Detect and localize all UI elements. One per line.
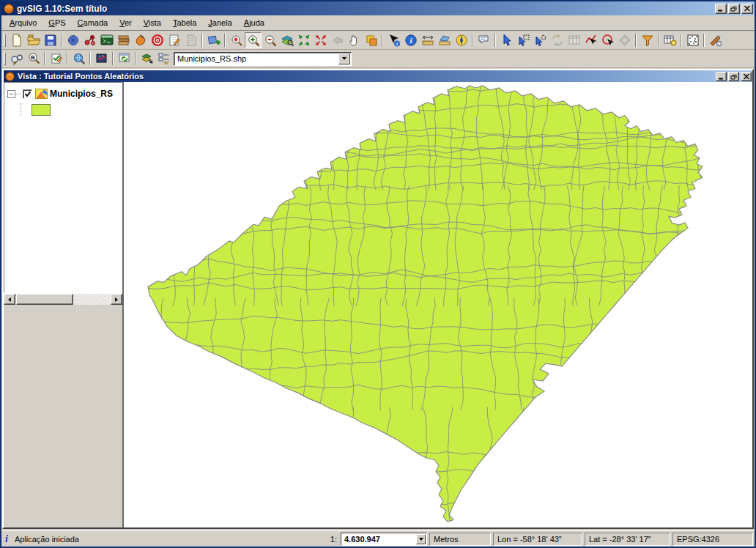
start-edit-button[interactable] [48, 51, 64, 67]
select-buffer-icon [618, 34, 631, 47]
open-project-icon [27, 34, 40, 47]
layer-icon [35, 89, 48, 99]
scroll-right-button[interactable] [111, 294, 122, 305]
layer-tree: − Municipios_RS [4, 82, 122, 293]
zoom-selection-button[interactable] [295, 32, 312, 48]
refresh-view-button[interactable] [116, 51, 133, 67]
table-settings-button[interactable] [662, 32, 678, 48]
toolbar-grip[interactable] [4, 52, 6, 65]
gazetteer-button[interactable] [132, 32, 149, 48]
zoom-out-button[interactable] [262, 32, 278, 48]
scale-combobox[interactable]: 4.630.947 [341, 533, 427, 546]
attribute-search-button[interactable]: B [25, 51, 42, 67]
random-points-button[interactable] [684, 32, 701, 48]
select-polygon-icon [534, 34, 547, 47]
layer-list-icon [158, 52, 171, 65]
epsg-panel: EPSG:4326 [672, 533, 753, 546]
frames-icon [365, 34, 378, 47]
measure-area-button[interactable] [436, 32, 453, 48]
filter-button[interactable] [639, 32, 656, 48]
chevron-down-icon [419, 538, 423, 541]
edit-annotation-icon [168, 34, 181, 47]
add-event-layer-button[interactable] [81, 32, 98, 48]
info-pointer-button[interactable]: i [385, 32, 402, 48]
layer-name-label: Municipios_RS [50, 89, 113, 99]
open-project-button[interactable] [25, 32, 42, 48]
layer-arrange-icon [141, 52, 154, 65]
select-button[interactable] [498, 32, 515, 48]
console-icon [100, 34, 114, 47]
menu-ajuda[interactable]: Ajuda [239, 16, 270, 29]
menu-ver[interactable]: Ver [114, 16, 137, 29]
info-button[interactable]: i [402, 32, 419, 48]
scrollbar-track[interactable] [15, 294, 111, 305]
locate-compass-button[interactable] [453, 32, 470, 48]
layer-tree-row[interactable]: − Municipios_RS [7, 89, 122, 99]
map-canvas[interactable] [124, 82, 752, 527]
add-view-button[interactable] [205, 32, 222, 48]
menu-arquivo[interactable]: Arquivo [4, 16, 42, 29]
chevron-down-icon [342, 57, 346, 60]
vista-titlebar: Vista : Tutorial Pontos Aleatórios [4, 70, 752, 82]
select-polyline-button[interactable] [582, 32, 599, 48]
table-settings-icon [664, 34, 677, 47]
add-event-layer-icon [84, 34, 97, 47]
select-polygon-button[interactable] [532, 32, 549, 48]
new-document-button[interactable] [8, 32, 25, 48]
layer-list-button[interactable] [155, 51, 172, 67]
locator-map-button[interactable] [93, 51, 110, 67]
tree-collapse-icon[interactable]: − [7, 90, 15, 98]
toolbar-separator [681, 34, 682, 47]
scale-dropdown-button[interactable] [416, 534, 426, 544]
edit-annotation-button[interactable] [166, 32, 182, 48]
layer-arrange-button[interactable] [138, 51, 155, 67]
active-layer-combobox[interactable]: Municipios_RS.shp [174, 52, 352, 66]
vista-minimize-button[interactable] [716, 72, 727, 81]
scale-label: 1: [330, 535, 337, 544]
catalog-button[interactable] [115, 32, 132, 48]
menu-camada[interactable]: Camada [73, 16, 114, 29]
tree-connector [15, 94, 21, 95]
select-circle-button[interactable] [599, 32, 616, 48]
console-button[interactable] [98, 32, 115, 48]
binoculars-search-button[interactable] [8, 51, 25, 67]
vista-close-button[interactable] [741, 72, 752, 81]
municipalities-map [124, 82, 752, 527]
layer-visibility-checkbox[interactable] [23, 89, 32, 99]
legend-row[interactable] [21, 103, 122, 116]
toolbar-separator [89, 52, 91, 65]
project-window-button[interactable] [64, 32, 81, 48]
save-project-button[interactable] [42, 32, 59, 48]
scroll-left-button[interactable] [4, 294, 15, 305]
measure-distance-button[interactable] [419, 32, 436, 48]
minimize-button[interactable] [715, 4, 727, 14]
restore-button[interactable] [728, 4, 740, 14]
toolbox-button[interactable] [707, 32, 724, 48]
toolbar-grip[interactable] [4, 34, 6, 47]
menu-janela[interactable]: Janela [203, 16, 237, 29]
menu-vista[interactable]: Vista [138, 16, 166, 29]
close-button[interactable] [741, 4, 753, 14]
toc-horizontal-scrollbar[interactable] [4, 293, 122, 305]
zoom-full-extent-button[interactable] [312, 32, 329, 48]
toolbar-separator [44, 52, 45, 65]
frames-button[interactable] [363, 32, 379, 48]
zoom-all-layers-button[interactable] [278, 32, 295, 48]
refresh-view-icon [118, 52, 131, 65]
zoom-in-button[interactable] [245, 32, 262, 48]
vista-restore-button[interactable] [728, 72, 739, 81]
menu-tabela[interactable]: Tabela [168, 16, 201, 29]
select-rectangle-button[interactable] [515, 32, 532, 48]
gvsig-main-window: gvSIG 1.10:Sem título ArquivoGPSCamadaVe… [0, 0, 756, 548]
combo-dropdown-button[interactable] [338, 53, 350, 64]
active-layer-value: Municipios_RS.shp [174, 54, 338, 63]
centre-view-button[interactable] [149, 32, 166, 48]
hyperlink-button[interactable] [475, 32, 492, 48]
scrollbar-thumb[interactable] [16, 294, 73, 305]
pan-button[interactable] [346, 32, 363, 48]
filter-icon [641, 34, 654, 47]
menu-gps[interactable]: GPS [43, 16, 70, 29]
toolbar-main: ii [1, 31, 755, 50]
zoom-manager-button[interactable] [228, 32, 245, 48]
zoom-globe-button[interactable] [70, 51, 87, 67]
